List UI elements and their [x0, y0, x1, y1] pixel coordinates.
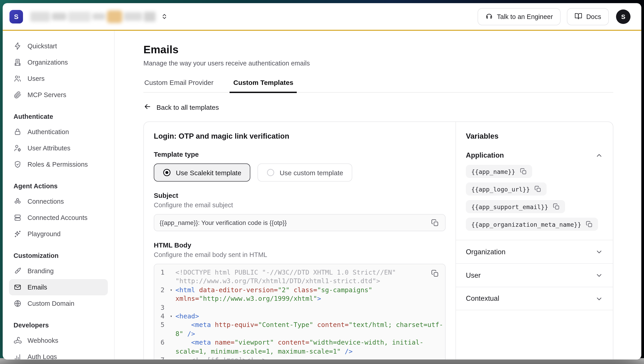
fold-spacer: [167, 338, 176, 347]
sidebar-item-label: Custom Domain: [28, 300, 74, 307]
sidebar-item-connections[interactable]: Connections: [9, 193, 108, 210]
sidebar-item-mcp-servers[interactable]: MCP Servers: [9, 87, 108, 103]
line-number: 1: [160, 268, 167, 277]
sidebar-item-label: MCP Servers: [28, 91, 66, 98]
bar-chart-icon: [14, 353, 22, 359]
mail-icon: [14, 283, 22, 291]
sidebar-item-quickstart[interactable]: Quickstart: [9, 38, 108, 54]
chevron-down-icon: [595, 248, 603, 256]
line-number: 4: [160, 312, 167, 321]
variables-accordion: OrganizationUserContextual: [456, 240, 613, 310]
fold-spacer: [167, 330, 176, 338]
variable-copy-button[interactable]: [534, 186, 541, 192]
sidebar-section-customization: Customization: [14, 251, 103, 260]
sidebar-item-label: Roles & Permissions: [28, 161, 88, 168]
sidebar-item-label: Quickstart: [28, 43, 57, 50]
sidebar-item-branding[interactable]: Branding: [9, 263, 108, 279]
topbar: S Talk to an Engineer: [3, 3, 641, 30]
variables-chip-list: {{app_name}}{{app_logo_url}}{{app_suppor…: [466, 165, 603, 231]
tab-custom-templates[interactable]: Custom Templates: [232, 76, 294, 92]
back-to-templates-label: Back to all templates: [156, 103, 219, 111]
variable-chip-value: {{app_organization_meta_name}}: [471, 221, 581, 228]
code-copy-button[interactable]: [430, 269, 440, 278]
code-gutter: [154, 294, 176, 303]
subject-copy-button[interactable]: [430, 218, 440, 227]
fold-caret-icon[interactable]: ▾: [167, 312, 176, 321]
variable-chip-app-logo-url[interactable]: {{app_logo_url}}: [466, 183, 546, 196]
sidebar-item-user-attributes[interactable]: User Attributes: [9, 140, 108, 156]
code-line-1: 1<!DOCTYPE html PUBLIC "-//W3C//DTD XHTM…: [154, 268, 445, 277]
sidebar-item-label: Webhooks: [28, 337, 58, 344]
variable-copy-button[interactable]: [553, 203, 560, 210]
template-type-option-label: Use Scalekit template: [176, 169, 241, 176]
sidebar-item-label: Connected Accounts: [28, 214, 88, 221]
variable-chip-app-organization-meta-name[interactable]: {{app_organization_meta_name}}: [466, 218, 598, 231]
variable-chip-app-support-email[interactable]: {{app_support_email}}: [466, 200, 565, 213]
sidebar-item-webhooks[interactable]: Webhooks: [9, 332, 108, 349]
code-lines: 1<!DOCTYPE html PUBLIC "-//W3C//DTD XHTM…: [154, 268, 445, 359]
variable-chip-value: {{app_logo_url}}: [471, 186, 530, 193]
sparkles-icon: [14, 230, 22, 238]
html-body-editor[interactable]: 1<!DOCTYPE html PUBLIC "-//W3C//DTD XHTM…: [154, 264, 446, 359]
paintbrush-icon: [14, 267, 22, 275]
back-to-templates-link[interactable]: Back to all templates: [144, 103, 219, 112]
sidebar-item-label: Emails: [28, 284, 47, 291]
sidebar-item-organizations[interactable]: Organizations: [9, 54, 108, 70]
sidebar-item-label: Playground: [28, 230, 61, 238]
book-icon: [574, 12, 582, 21]
variable-copy-button[interactable]: [520, 168, 526, 175]
stack-icon: [14, 214, 22, 222]
variables-group-contextual[interactable]: Contextual: [456, 287, 613, 310]
sidebar-item-auth-logs[interactable]: Auth Logs: [9, 349, 108, 359]
sidebar-section-developers: Developers: [14, 321, 103, 330]
variables-group-user[interactable]: User: [456, 263, 613, 287]
talk-to-engineer-button[interactable]: Talk to an Engineer: [478, 8, 560, 25]
variable-copy-button[interactable]: [586, 221, 592, 228]
sidebar-item-label: Authentication: [28, 128, 69, 135]
copy-icon: [586, 221, 592, 228]
line-number: 6: [160, 338, 167, 347]
sidebar-item-label: User Attributes: [28, 144, 70, 152]
code-gutter: [154, 330, 176, 338]
variables-group-label: Contextual: [466, 294, 499, 303]
fold-spacer: [167, 321, 176, 330]
copy-icon: [534, 186, 541, 192]
variables-group-organization[interactable]: Organization: [456, 240, 613, 263]
code-gutter: 2▾: [154, 286, 176, 295]
copy-icon: [553, 203, 560, 210]
variable-chip-app-name[interactable]: {{app_name}}: [466, 165, 532, 178]
sidebar-item-playground[interactable]: Playground: [9, 226, 108, 242]
line-number: 2: [160, 286, 167, 295]
html-body-help: Configure the email body sent in HTML: [154, 251, 446, 258]
sidebar-item-custom-domain[interactable]: Custom Domain: [9, 295, 108, 312]
variables-title: Variables: [466, 132, 603, 140]
cubes-icon: [14, 197, 22, 206]
variable-chip-value: {{app_support_email}}: [471, 203, 548, 210]
tab-custom-email-provider[interactable]: Custom Email Provider: [144, 76, 214, 92]
sidebar-item-authentication[interactable]: Authentication: [9, 124, 108, 140]
docs-button[interactable]: Docs: [567, 8, 609, 25]
line-number: [160, 330, 167, 338]
subject-label: Subject: [154, 192, 446, 199]
sidebar: QuickstartOrganizationsUsersMCP ServersA…: [3, 31, 114, 359]
template-type-option-use-scalekit-template[interactable]: Use Scalekit template: [154, 163, 250, 181]
subject-input[interactable]: {{app_name}}: Your verification code is …: [154, 214, 446, 231]
sidebar-item-connected-accounts[interactable]: Connected Accounts: [9, 210, 108, 226]
sidebar-item-roles-permissions[interactable]: Roles & Permissions: [9, 156, 108, 172]
code-line-4: 4▾<head>: [154, 312, 445, 321]
variables-group-application[interactable]: Application: [466, 151, 603, 159]
template-type-options: Use Scalekit templateUse custom template: [154, 163, 446, 181]
fold-caret-icon[interactable]: ▾: [167, 286, 176, 295]
sidebar-item-emails[interactable]: Emails: [9, 279, 108, 295]
code-gutter: 4▾: [154, 312, 176, 321]
sidebar-item-users[interactable]: Users: [9, 70, 108, 87]
fold-spacer: [167, 347, 176, 356]
org-switcher-icon[interactable]: [161, 13, 168, 20]
webhook-icon: [14, 336, 22, 344]
copy-icon: [431, 270, 439, 277]
fold-spacer: [167, 268, 176, 277]
user-avatar[interactable]: S: [616, 9, 630, 24]
template-type-option-label: Use custom template: [280, 169, 343, 176]
template-type-option-use-custom-template[interactable]: Use custom template: [258, 163, 352, 181]
arrow-left-icon: [144, 103, 152, 112]
